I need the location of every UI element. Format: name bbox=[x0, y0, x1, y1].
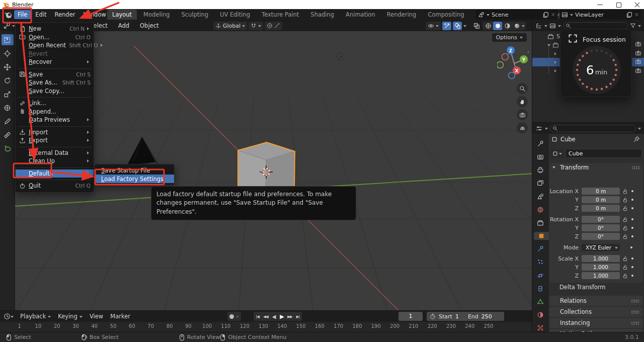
file-menu-item[interactable]: Append... bbox=[16, 108, 94, 116]
display-mode-icon[interactable] bbox=[549, 23, 556, 29]
disable-in-renders-icon[interactable] bbox=[635, 58, 641, 65]
object-name-field[interactable]: Cube bbox=[565, 149, 642, 158]
end-frame-field[interactable]: 250 bbox=[481, 313, 492, 320]
panel-grip[interactable] bbox=[631, 166, 640, 169]
tool-button[interactable] bbox=[2, 34, 14, 45]
animate-dot[interactable] bbox=[631, 258, 633, 260]
properties-tab[interactable] bbox=[534, 259, 547, 267]
focus-session-card[interactable]: Focus session 6min bbox=[560, 29, 632, 97]
start-frame-field[interactable]: 1 bbox=[455, 313, 459, 320]
lock-icon[interactable] bbox=[622, 273, 628, 279]
overlays-toggle[interactable] bbox=[453, 22, 462, 30]
expand-icon[interactable] bbox=[554, 52, 558, 55]
file-menu-item[interactable]: Link... bbox=[16, 99, 94, 108]
navigation-gizmo[interactable]: Z Y X bbox=[497, 46, 530, 79]
tool-button[interactable] bbox=[2, 129, 14, 140]
maximize-button[interactable] bbox=[616, 2, 621, 8]
file-menu-item[interactable]: Import bbox=[16, 128, 94, 137]
value-field[interactable]: 0° bbox=[582, 233, 620, 240]
animate-dot[interactable] bbox=[631, 227, 633, 229]
collapsed-panel[interactable]: Relations bbox=[549, 296, 643, 306]
auto-key-button[interactable] bbox=[227, 312, 241, 321]
workspace-tab[interactable]: UV Editing bbox=[215, 10, 255, 20]
value-field[interactable]: 1.000 bbox=[582, 255, 620, 262]
object-id-icon[interactable] bbox=[550, 149, 564, 158]
expand-icon[interactable] bbox=[554, 61, 558, 64]
shading-wireframe-button[interactable] bbox=[484, 22, 493, 30]
transport-button[interactable]: ◀ bbox=[270, 312, 278, 321]
lock-icon[interactable] bbox=[622, 225, 628, 231]
animate-dot[interactable] bbox=[631, 218, 633, 220]
expand-icon[interactable] bbox=[547, 44, 550, 48]
expand-icon[interactable] bbox=[540, 35, 543, 38]
pin-icon[interactable] bbox=[633, 136, 640, 142]
properties-tab[interactable] bbox=[534, 311, 547, 319]
tool-button[interactable] bbox=[2, 143, 14, 154]
file-menu-item[interactable]: Clean Up bbox=[16, 157, 94, 165]
properties-tab[interactable] bbox=[534, 298, 547, 306]
shading-material-button[interactable] bbox=[503, 22, 512, 30]
menubar-item[interactable]: Window bbox=[79, 10, 109, 19]
scene-selector[interactable]: Scene ✕ bbox=[476, 10, 557, 20]
submenu-item[interactable]: Save Startup File bbox=[95, 166, 174, 175]
lock-icon[interactable] bbox=[622, 189, 628, 194]
disable-in-renders-icon[interactable] bbox=[635, 41, 641, 47]
snap-toggle[interactable] bbox=[249, 22, 263, 30]
transport-button[interactable]: ▶▶ bbox=[286, 312, 294, 321]
file-menu-item[interactable]: Save As... Shift Ctrl S bbox=[16, 78, 94, 87]
value-field[interactable]: 0° bbox=[582, 216, 620, 223]
menubar-item[interactable]: File bbox=[14, 10, 31, 19]
file-menu-item[interactable]: Revert bbox=[16, 50, 94, 58]
lock-icon[interactable] bbox=[622, 234, 628, 239]
workspace-tab[interactable]: Layout bbox=[107, 10, 137, 20]
properties-tab[interactable] bbox=[534, 285, 547, 293]
zoom-button[interactable] bbox=[517, 83, 528, 94]
outliner-editor-icon[interactable] bbox=[535, 23, 542, 29]
gizmos-toggle[interactable] bbox=[442, 22, 451, 30]
proportional-edit-toggle[interactable] bbox=[265, 22, 282, 30]
workspace-tab[interactable]: Modeling bbox=[138, 10, 175, 20]
camera-view-button[interactable] bbox=[517, 109, 528, 120]
timeline-menu[interactable]: View bbox=[86, 313, 107, 320]
tool-button[interactable] bbox=[2, 89, 14, 100]
transport-button[interactable]: ▶| bbox=[294, 312, 302, 321]
shading-rendered-button[interactable] bbox=[512, 22, 521, 30]
delta-transform-subpanel[interactable]: Delta Transform bbox=[552, 284, 606, 291]
lock-icon[interactable] bbox=[622, 265, 628, 270]
new-viewlayer-icon[interactable] bbox=[626, 12, 632, 18]
file-menu-item[interactable]: Data Previews bbox=[16, 116, 94, 124]
file-menu-item[interactable]: Save Ctrl S bbox=[16, 70, 94, 79]
properties-tab[interactable] bbox=[534, 193, 547, 201]
timeline-menu[interactable]: Playback bbox=[17, 313, 54, 320]
properties-tab[interactable] bbox=[534, 245, 547, 253]
tool-button[interactable] bbox=[2, 48, 14, 59]
transport-button[interactable]: ◀◀ bbox=[262, 312, 270, 321]
value-field[interactable]: 0 m bbox=[582, 196, 620, 203]
new-scene-icon[interactable] bbox=[542, 12, 549, 18]
close-button[interactable] bbox=[634, 2, 640, 8]
animate-dot[interactable] bbox=[631, 199, 633, 201]
timeline-menu[interactable]: Marker bbox=[107, 313, 134, 320]
tool-button[interactable] bbox=[2, 102, 14, 113]
menubar-item[interactable]: Render bbox=[51, 10, 79, 19]
submenu-item[interactable]: Load Factory Settings bbox=[95, 175, 174, 183]
rotation-mode-dropdown[interactable]: XYZ Euler bbox=[582, 244, 620, 251]
app-menu-icon[interactable] bbox=[5, 11, 12, 19]
lock-icon[interactable] bbox=[622, 197, 628, 203]
properties-tab[interactable] bbox=[534, 180, 547, 188]
viewport-menu[interactable]: Object bbox=[139, 22, 159, 29]
properties-tab[interactable] bbox=[534, 153, 547, 161]
expand-icon[interactable] bbox=[554, 69, 558, 72]
shading-solid-button[interactable] bbox=[493, 22, 502, 30]
editor-type-icon[interactable] bbox=[4, 22, 11, 29]
animate-dot[interactable] bbox=[631, 235, 633, 237]
file-menu-item[interactable]: Defaults bbox=[16, 169, 94, 178]
panel-grip[interactable] bbox=[631, 299, 639, 303]
properties-tab[interactable] bbox=[534, 206, 547, 214]
collapsed-panel[interactable]: Instancing bbox=[549, 318, 643, 328]
file-menu-item[interactable]: Recover bbox=[16, 58, 94, 66]
pan-button[interactable] bbox=[517, 96, 528, 107]
properties-tab[interactable] bbox=[534, 219, 547, 227]
properties-tab[interactable] bbox=[534, 232, 549, 240]
viewport-menu[interactable]: Add bbox=[117, 22, 130, 29]
